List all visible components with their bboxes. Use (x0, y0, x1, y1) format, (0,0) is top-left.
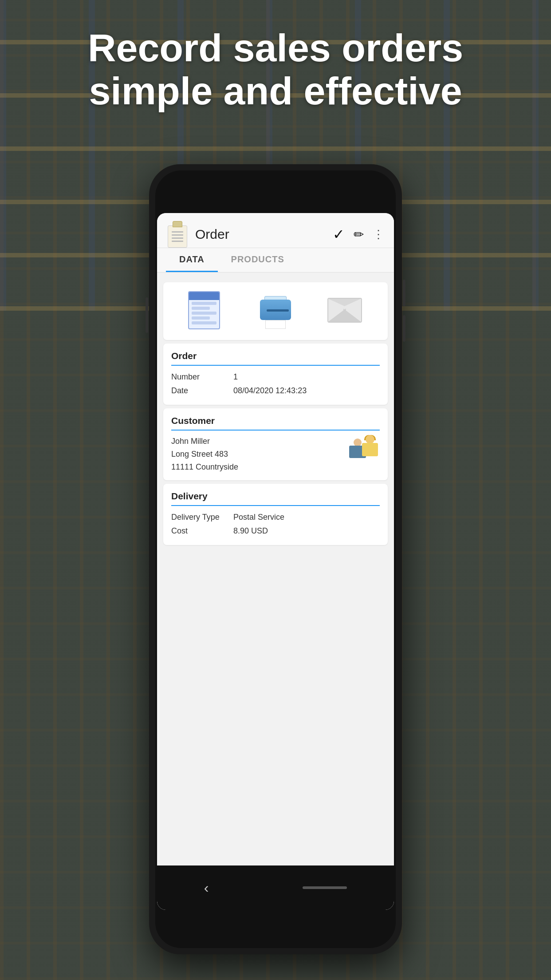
scroll-content[interactable]: Order Number 1 Date 08/04/2020 12:43:23 … (157, 273, 394, 910)
customer-name: John Miller (171, 435, 348, 448)
back-button[interactable]: ‹ (204, 880, 209, 896)
power-button[interactable] (146, 297, 148, 333)
customer-address-line1: Long Street 483 (171, 448, 348, 461)
clipboard-line (172, 237, 183, 239)
delivery-cost-row: Cost 8.90 USD (171, 524, 380, 538)
phone-screen: Order ✓ ✏ ⋮ DATA PRODUCTS (157, 213, 394, 910)
order-section-card: Order Number 1 Date 08/04/2020 12:43:23 (163, 344, 388, 405)
tab-products[interactable]: PRODUCTS (218, 248, 298, 272)
clipboard-line (172, 234, 183, 236)
customer-info: John Miller Long Street 483 11111 Countr… (171, 435, 348, 473)
printer-slot (267, 309, 289, 312)
delivery-cost-value: 8.90 USD (233, 526, 380, 536)
envelope-flap (328, 299, 361, 311)
document-icon[interactable] (188, 291, 224, 331)
female-head (366, 435, 374, 444)
printer-body (260, 300, 291, 320)
customer-avatar-icon (348, 435, 380, 463)
volume-up-button[interactable] (403, 280, 405, 306)
envelope-right-fold (343, 308, 361, 322)
delivery-type-label: Delivery Type (171, 513, 233, 522)
clipboard-lines (172, 231, 183, 244)
envelope-icon[interactable] (327, 298, 363, 324)
printer-icon[interactable] (258, 293, 293, 329)
order-number-value: 1 (233, 372, 380, 382)
order-section-title: Order (171, 351, 380, 366)
customer-section-title: Customer (171, 415, 380, 431)
app-content: Order ✓ ✏ ⋮ DATA PRODUCTS (157, 213, 394, 910)
delivery-cost-label: Cost (171, 526, 233, 536)
tabs: DATA PRODUCTS (157, 248, 394, 273)
order-number-label: Number (171, 372, 233, 382)
top-bar-actions: ✓ ✏ ⋮ (333, 226, 385, 243)
more-options-button[interactable]: ⋮ (373, 228, 385, 241)
female-person-icon (360, 435, 380, 461)
doc-row (192, 316, 210, 320)
doc-row (192, 302, 216, 305)
doc-body (188, 291, 220, 329)
delivery-section-card: Delivery Delivery Type Postal Service Co… (163, 484, 388, 545)
customer-info-row: John Miller Long Street 483 11111 Countr… (171, 435, 380, 473)
customer-section-card: Customer John Miller Long Street 483 111… (163, 408, 388, 480)
hero-line1: Record sales orders (35, 27, 516, 70)
top-bar: Order ✓ ✏ ⋮ (157, 213, 394, 248)
phone-frame: Order ✓ ✏ ⋮ DATA PRODUCTS (149, 164, 402, 954)
clipboard-clip (173, 221, 182, 227)
delivery-section-title: Delivery (171, 491, 380, 506)
envelope-body (327, 298, 362, 323)
volume-down-button[interactable] (403, 315, 405, 342)
home-indicator[interactable] (303, 886, 347, 889)
app-title: Order (195, 227, 333, 242)
app-logo (166, 221, 189, 248)
order-date-row: Date 08/04/2020 12:43:23 (171, 384, 380, 398)
order-date-value: 08/04/2020 12:43:23 (233, 386, 380, 395)
doc-row (192, 321, 216, 324)
printer-paper-out (265, 320, 286, 329)
order-date-label: Date (171, 386, 233, 395)
doc-header (189, 292, 219, 300)
confirm-button[interactable]: ✓ (333, 226, 345, 243)
doc-row (192, 307, 210, 310)
delivery-type-value: Postal Service (233, 513, 380, 522)
tab-data[interactable]: DATA (166, 248, 218, 272)
hero-text: Record sales orders simple and effective (0, 27, 551, 113)
delivery-type-row: Delivery Type Postal Service (171, 510, 380, 524)
hero-line2: simple and effective (35, 70, 516, 113)
bottom-navigation: ‹ (157, 865, 394, 910)
edit-button[interactable]: ✏ (354, 227, 364, 242)
customer-address-line2: 11111 Countryside (171, 461, 348, 474)
doc-row (192, 312, 216, 315)
action-icons-card (163, 282, 388, 340)
clipboard-line (172, 241, 183, 242)
order-number-row: Number 1 (171, 370, 380, 384)
clipboard-line (172, 231, 183, 233)
female-body (362, 443, 378, 456)
clipboard-body (168, 225, 187, 248)
